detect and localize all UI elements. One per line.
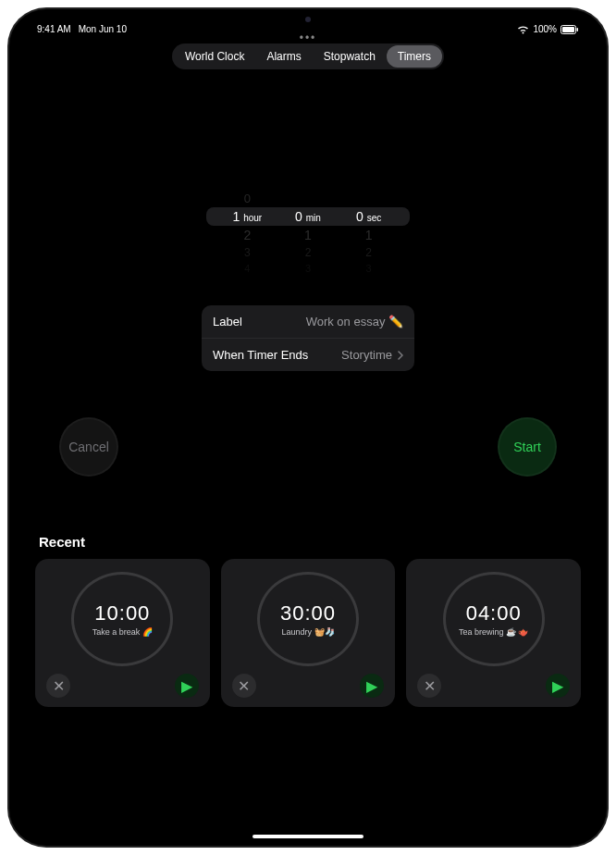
home-indicator[interactable] (253, 835, 363, 838)
recent-heading: Recent (9, 477, 607, 559)
recent-timer-card: 30:00 Laundry 🧺🧦 ✕ ▶ (221, 559, 396, 707)
timer-dial[interactable]: 30:00 Laundry 🧺🧦 (257, 572, 359, 666)
chevron-right-icon (398, 351, 403, 360)
battery-icon (561, 25, 579, 34)
delete-timer-button[interactable]: ✕ (232, 674, 256, 698)
picker-min-unit: min (306, 213, 321, 223)
tab-stopwatch[interactable]: Stopwatch (313, 45, 387, 68)
picker-hour-unit: hour (243, 213, 262, 223)
play-timer-button[interactable]: ▶ (546, 674, 570, 698)
play-timer-button[interactable]: ▶ (360, 674, 384, 698)
picker-hour-above: 0 (217, 192, 277, 205)
timer-label-row[interactable]: Label Work on essay ✏️ (202, 305, 414, 338)
timer-label: Laundry 🧺🧦 (276, 627, 339, 637)
recent-timers-row: 10:00 Take a break 🌈 ✕ ▶ 30:00 Laundry 🧺… (9, 559, 607, 707)
start-button[interactable]: Start (498, 417, 557, 477)
timer-dial[interactable]: 10:00 Take a break 🌈 (71, 572, 173, 666)
ipad-frame: ••• 9:41 AM Mon Jun 10 100% World Clock … (9, 9, 607, 846)
recent-timer-card: 10:00 Take a break 🌈 ✕ ▶ (35, 559, 210, 707)
svg-rect-1 (562, 27, 574, 32)
picker-faded: 4 (217, 263, 277, 274)
timer-time: 10:00 (94, 601, 150, 626)
timer-label: Tea brewing ☕️ 🫖 (453, 627, 535, 637)
when-timer-ends-value: Storytime (341, 348, 392, 362)
picker-faded: 2 (217, 228, 277, 242)
picker-hour-value[interactable]: 1 (232, 209, 240, 224)
tab-timers[interactable]: Timers (387, 45, 442, 68)
timer-label-key: Label (213, 315, 242, 328)
timer-dial[interactable]: 04:00 Tea brewing ☕️ 🫖 (443, 572, 545, 666)
recent-timer-card: 04:00 Tea brewing ☕️ 🫖 ✕ ▶ (406, 559, 581, 707)
tab-world-clock[interactable]: World Clock (174, 45, 255, 68)
picker-faded: 1 (278, 228, 339, 242)
delete-timer-button[interactable]: ✕ (417, 674, 441, 698)
timer-label: Take a break 🌈 (87, 627, 158, 637)
svg-rect-2 (577, 28, 579, 31)
play-icon: ▶ (366, 677, 377, 695)
status-date: Mon Jun 10 (79, 24, 127, 34)
picker-faded: 2 (278, 246, 339, 259)
tab-alarms[interactable]: Alarms (255, 45, 312, 68)
timer-label-value: Work on essay ✏️ (306, 315, 403, 328)
play-icon: ▶ (552, 677, 563, 695)
close-icon: ✕ (424, 677, 436, 695)
clock-tab-bar: World Clock Alarms Stopwatch Timers (172, 43, 444, 69)
when-timer-ends-row[interactable]: When Timer Ends Storytime (202, 338, 414, 371)
battery-percent: 100% (533, 24, 557, 34)
play-icon: ▶ (181, 677, 192, 695)
picker-faded: 3 (278, 263, 339, 274)
close-icon: ✕ (53, 677, 65, 695)
picker-faded: 3 (339, 263, 399, 274)
timer-time: 04:00 (466, 601, 522, 626)
timer-time: 30:00 (280, 601, 336, 626)
delete-timer-button[interactable]: ✕ (46, 674, 70, 698)
close-icon: ✕ (238, 677, 250, 695)
picker-selected-row: 1 hour 0 min 0 sec (206, 207, 410, 226)
play-timer-button[interactable]: ▶ (175, 674, 199, 698)
cancel-button[interactable]: Cancel (59, 417, 118, 477)
duration-picker[interactable]: 0 1 hour 0 min 0 sec 211 322 433 (206, 190, 410, 276)
picker-min-value[interactable]: 0 (295, 209, 302, 224)
picker-faded: 2 (339, 246, 399, 259)
wifi-icon (517, 25, 529, 34)
picker-sec-unit: sec (367, 213, 382, 223)
picker-faded: 3 (217, 246, 277, 259)
picker-sec-value[interactable]: 0 (356, 209, 363, 224)
status-time: 9:41 AM (37, 24, 71, 34)
timer-settings-card: Label Work on essay ✏️ When Timer Ends S… (202, 305, 414, 371)
when-timer-ends-key: When Timer Ends (213, 348, 308, 362)
picker-faded: 1 (339, 228, 399, 242)
front-camera (305, 17, 311, 22)
multitask-dots-icon[interactable]: ••• (300, 31, 317, 44)
